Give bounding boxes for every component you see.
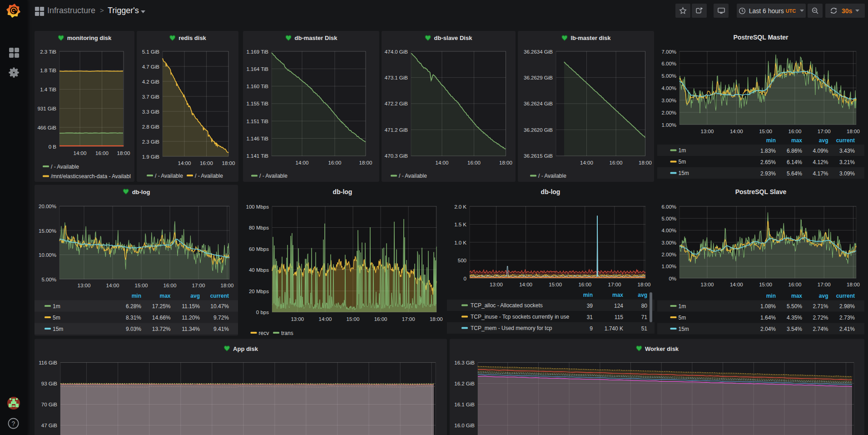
svg-text:16:00: 16:00 (789, 282, 802, 287)
svg-text:15:00: 15:00 (347, 316, 360, 322)
svg-text:/ - Available: / - Available (155, 173, 183, 179)
svg-text:15:00: 15:00 (549, 282, 562, 287)
svg-text:min: min (132, 293, 141, 299)
svg-text:40 Mbps: 40 Mbps (249, 267, 269, 273)
svg-text:2.00%: 2.00% (661, 110, 676, 115)
svg-text:11.34%: 11.34% (182, 326, 200, 332)
svg-text:14:00: 14:00 (730, 129, 743, 134)
svg-text:11.20%: 11.20% (182, 315, 200, 321)
svg-text:3.54%: 3.54% (787, 326, 802, 332)
svg-text:931 GiB: 931 GiB (37, 106, 56, 111)
svg-text:1.8 TiB: 1.8 TiB (40, 68, 56, 73)
svg-text:124: 124 (614, 303, 623, 309)
svg-text:4.09%: 4.09% (813, 148, 828, 154)
svg-text:4.00%: 4.00% (661, 85, 676, 91)
svg-text:14.66%: 14.66% (152, 315, 171, 321)
svg-text:14:00: 14:00 (178, 160, 191, 166)
svg-text:18:00: 18:00 (222, 160, 235, 166)
svg-text:18:00: 18:00 (638, 282, 651, 287)
svg-text:13:00: 13:00 (78, 283, 91, 288)
svg-text:15:00: 15:00 (759, 282, 772, 287)
svg-text:0 bps: 0 bps (256, 310, 269, 315)
svg-text:14:00: 14:00 (730, 282, 743, 287)
svg-text:17:00: 17:00 (818, 129, 831, 134)
svg-text:max: max (159, 293, 170, 299)
svg-text:1m: 1m (679, 303, 686, 310)
svg-text:10.00%: 10.00% (39, 252, 56, 258)
svg-text:3.7 GiB: 3.7 GiB (142, 94, 160, 100)
svg-text:13:00: 13:00 (490, 282, 503, 287)
svg-text:15:00: 15:00 (135, 283, 148, 288)
svg-text:5.1 GiB: 5.1 GiB (142, 49, 160, 55)
svg-text:15:00: 15:00 (759, 129, 772, 134)
svg-text:0%: 0% (669, 276, 676, 281)
svg-text:2.74%: 2.74% (813, 326, 828, 332)
svg-text:14:00: 14:00 (319, 316, 332, 322)
svg-text:6.14%: 6.14% (787, 159, 802, 165)
svg-text:17:00: 17:00 (192, 283, 205, 288)
svg-text:16:00: 16:00 (164, 283, 177, 288)
svg-text:60 Mbps: 60 Mbps (249, 246, 269, 252)
svg-text:3.00%: 3.00% (661, 98, 676, 103)
svg-text:avg: avg (190, 293, 200, 299)
svg-text:8.31%: 8.31% (126, 315, 141, 321)
svg-text:6.00%: 6.00% (661, 61, 676, 66)
svg-text:36.2629 GiB: 36.2629 GiB (524, 75, 553, 80)
svg-text:11.15%: 11.15% (182, 303, 200, 310)
svg-text:36.2620 GiB: 36.2620 GiB (524, 127, 553, 133)
svg-text:/ - Available: / - Available (51, 164, 79, 170)
svg-text:13:00: 13:00 (701, 129, 714, 134)
svg-text:min: min (766, 137, 776, 144)
svg-text:16.2 GiB: 16.2 GiB (454, 381, 475, 386)
svg-text:18:00: 18:00 (639, 160, 652, 165)
svg-text:1.00%: 1.00% (661, 264, 676, 269)
svg-text:4.35%: 4.35% (787, 315, 802, 321)
svg-text:current: current (836, 137, 855, 144)
svg-text:/mnt/elasticsearch-data - Avai: /mnt/elasticsearch-data - Availabl (51, 173, 131, 180)
svg-text:9.72%: 9.72% (213, 315, 229, 321)
svg-text:1.151 TiB: 1.151 TiB (246, 119, 268, 124)
svg-text:473.1 GiB: 473.1 GiB (385, 75, 408, 80)
svg-text:17.25%: 17.25% (152, 303, 171, 310)
svg-text:1.08%: 1.08% (760, 303, 776, 310)
svg-text:4.00%: 4.00% (661, 228, 676, 233)
svg-text:14:00: 14:00 (519, 282, 532, 287)
svg-text:current: current (836, 293, 855, 299)
svg-text:470.3 GiB: 470.3 GiB (385, 153, 408, 159)
svg-text:2.98%: 2.98% (839, 303, 855, 310)
svg-text:5m: 5m (679, 315, 686, 321)
svg-text:1m: 1m (53, 303, 60, 310)
svg-text:2.73%: 2.73% (839, 315, 855, 321)
svg-text:15m: 15m (53, 326, 63, 332)
svg-text:18:00: 18:00 (430, 316, 443, 322)
svg-text:13:00: 13:00 (291, 316, 304, 322)
svg-text:14:00: 14:00 (580, 160, 593, 165)
svg-text:/ - Available: / - Available (259, 173, 288, 179)
svg-text:1.4 TiB: 1.4 TiB (40, 87, 56, 92)
svg-text:9.03%: 9.03% (126, 326, 141, 332)
svg-text:min: min (766, 293, 776, 299)
svg-text:2.0 K: 2.0 K (454, 204, 466, 210)
svg-text:15m: 15m (679, 326, 689, 332)
svg-text:3.00%: 3.00% (661, 240, 676, 245)
svg-text:18:00: 18:00 (117, 150, 130, 156)
svg-text:17:00: 17:00 (608, 282, 621, 287)
svg-text:5.50%: 5.50% (787, 303, 802, 310)
svg-text:avg: avg (819, 293, 828, 299)
svg-text:TCP_inuse - Tcp sockets curren: TCP_inuse - Tcp sockets currently in use (471, 314, 570, 320)
svg-text:1.5 K: 1.5 K (454, 222, 466, 227)
svg-text:1.0 K: 1.0 K (454, 240, 466, 245)
svg-text:2.8 GiB: 2.8 GiB (142, 124, 160, 130)
svg-text:14:00: 14:00 (436, 160, 449, 165)
svg-text:1.164 TiB: 1.164 TiB (246, 66, 268, 72)
svg-text:2.41%: 2.41% (839, 326, 855, 332)
svg-text:2.72%: 2.72% (813, 315, 828, 321)
svg-text:4.7 GiB: 4.7 GiB (142, 64, 160, 70)
svg-text:current: current (210, 293, 229, 299)
svg-text:18:00: 18:00 (847, 282, 860, 287)
svg-text:100 Mbps: 100 Mbps (246, 204, 269, 210)
svg-text:6.86%: 6.86% (787, 148, 802, 154)
svg-text:16:00: 16:00 (789, 129, 802, 134)
svg-text:1.155 TiB: 1.155 TiB (246, 101, 268, 106)
svg-text:/ - Available: / - Available (195, 173, 223, 179)
